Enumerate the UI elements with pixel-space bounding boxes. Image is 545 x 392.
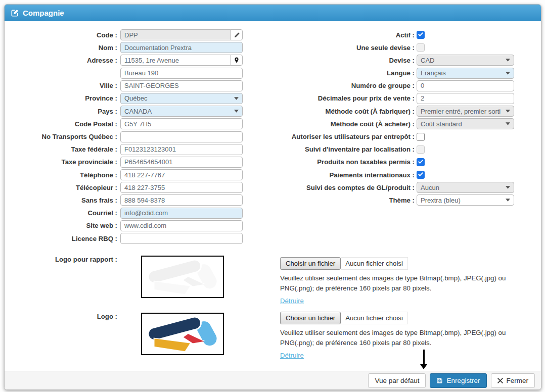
- nom-input[interactable]: Documentation Prextra: [120, 42, 243, 53]
- actif-control-wrap: [417, 29, 425, 40]
- check-icon: [418, 158, 424, 167]
- compagnie-dialog: Compagnie Code :DPPNom :Documentation Pr…: [4, 4, 541, 390]
- vue-par-defaut-button[interactable]: Vue par défaut: [368, 373, 426, 388]
- code-label: Code :: [5, 31, 117, 39]
- site-web-input[interactable]: www.cdid.com: [120, 220, 243, 231]
- sans-frais-input[interactable]: 888 594-8378: [120, 194, 243, 206]
- autoriser-utilisateurs-control-wrap: [417, 131, 425, 142]
- form-row-numero-de-groupe: Numéro de groupe :0: [278, 80, 520, 91]
- licence-rbq-input[interactable]: [120, 233, 243, 244]
- dropdown-caret-icon: [506, 199, 510, 202]
- actif-label: Actif :: [278, 31, 415, 39]
- taxe-provinciale-input[interactable]: P654654654001: [120, 157, 243, 168]
- form-row-code: Code :DPP: [5, 29, 247, 40]
- methode-cout-fabriquer-select[interactable]: Premier entré, premier sorti: [417, 106, 514, 117]
- courriel-value: info@cdid.com: [124, 209, 168, 217]
- langue-select[interactable]: Français: [417, 68, 514, 79]
- methode-cout-fabriquer-selected-value: Premier entré, premier sorti: [421, 108, 501, 115]
- methode-cout-acheter-select[interactable]: Coût standard: [417, 118, 514, 129]
- taxe-federale-label: Taxe fédérale :: [5, 145, 117, 153]
- logo-rapport-detruire-link[interactable]: Détruire: [280, 297, 304, 305]
- telephone-control-wrap: 418 227-7767: [120, 169, 243, 180]
- code-postal-input[interactable]: G5Y 7H5: [120, 118, 243, 129]
- nom-label: Nom :: [5, 44, 117, 52]
- code-postal-control-wrap: G5Y 7H5: [120, 118, 243, 129]
- form-row-no-transports: No Transports Québec :: [5, 131, 247, 142]
- logo-detruire-link[interactable]: Détruire: [280, 352, 304, 359]
- province-label: Province :: [5, 94, 117, 102]
- theme-select[interactable]: Prextra (bleu): [417, 194, 514, 206]
- logo-upload-section: Choisir un fichierAucun fichier choisiVe…: [280, 312, 539, 360]
- logo-rapport-file-row: Choisir un fichierAucun fichier choisi: [280, 257, 539, 270]
- adresse-2-input[interactable]: Bureau 190: [120, 68, 243, 79]
- produits-non-taxables-control-wrap: [417, 157, 425, 168]
- taxe-provinciale-control-wrap: P654654654001: [120, 157, 243, 168]
- logo-hint-text: Veuillez utiliser seulement des images d…: [280, 328, 535, 348]
- form-row-methode-cout-acheter: Méthode coût (À acheter) :Coût standard: [278, 118, 520, 129]
- nom-input-group: Documentation Prextra: [120, 42, 243, 53]
- province-selected-value: Québec: [124, 94, 148, 102]
- suivi-comptes-gl-selected-value: Aucun: [421, 184, 439, 191]
- logo-choose-file-button[interactable]: Choisir un fichier: [280, 312, 341, 324]
- sans-frais-value: 888 594-8378: [124, 197, 165, 204]
- paiements-internationaux-checkbox[interactable]: [417, 171, 425, 179]
- close-icon: [497, 378, 503, 383]
- devise-select[interactable]: CAD: [417, 55, 514, 66]
- numero-de-groupe-input[interactable]: 0: [417, 80, 514, 91]
- province-select[interactable]: Québec: [120, 93, 243, 104]
- pays-select[interactable]: CANADA: [120, 106, 243, 117]
- map-pin-icon[interactable]: [231, 55, 243, 66]
- taxe-provinciale-value: P654654654001: [124, 158, 172, 166]
- fermer-button[interactable]: Fermer: [491, 373, 535, 388]
- logo-rapport-file-status: Aucun fichier choisi: [341, 257, 408, 270]
- theme-selected-value: Prextra (bleu): [421, 197, 461, 204]
- form-row-methode-cout-fabriquer: Méthode coût (À fabriquer) :Premier entr…: [278, 106, 520, 117]
- site-web-control-wrap: www.cdid.com: [120, 220, 243, 231]
- form-row-actif: Actif :: [278, 29, 520, 40]
- theme-control-wrap: Prextra (bleu): [417, 194, 514, 206]
- suivi-comptes-gl-select[interactable]: Aucun: [417, 182, 514, 193]
- produits-non-taxables-checkbox[interactable]: [417, 158, 425, 166]
- telephone-input[interactable]: 418 227-7767: [120, 169, 243, 180]
- courriel-input[interactable]: info@cdid.com: [120, 208, 243, 219]
- form-row-theme: Thème :Prextra (bleu): [278, 194, 520, 206]
- enregistrer-button-label: Enregistrer: [446, 377, 480, 384]
- numero-de-groupe-control-wrap: 0: [417, 80, 514, 91]
- enregistrer-button[interactable]: Enregistrer: [430, 373, 486, 388]
- form-row-produits-non-taxables: Produits non taxables permis :: [278, 157, 520, 168]
- province-control-wrap: Québec: [120, 93, 243, 104]
- save-icon: [436, 377, 443, 384]
- theme-label: Thème :: [278, 197, 415, 204]
- decimales-prix-vente-input[interactable]: 2: [417, 93, 514, 104]
- no-transports-label: No Transports Québec :: [5, 133, 117, 140]
- taxe-provinciale-input-group: P654654654001: [120, 157, 243, 168]
- taxe-federale-input[interactable]: F0123123123001: [120, 144, 243, 155]
- telecopieur-control-wrap: 418 227-3755: [120, 182, 243, 193]
- site-web-label: Site web :: [5, 222, 117, 229]
- form-row-autoriser-utilisateurs: Autoriser les utilisateurs par entrepôt …: [278, 131, 520, 142]
- une-seule-devise-control-wrap: [417, 42, 425, 53]
- actif-checkbox[interactable]: [417, 31, 425, 39]
- pencil-icon[interactable]: [231, 29, 243, 40]
- code-input[interactable]: DPP: [120, 29, 231, 40]
- taxe-federale-value: F0123123123001: [124, 145, 176, 153]
- une-seule-devise-checkbox: [417, 43, 425, 52]
- sans-frais-label: Sans frais :: [5, 197, 117, 204]
- logo-rapport-choose-file-button[interactable]: Choisir un fichier: [280, 257, 341, 270]
- telecopieur-input-group: 418 227-3755: [120, 182, 243, 193]
- logo-file-status: Aucun fichier choisi: [341, 312, 408, 324]
- ville-input[interactable]: SAINT-GEORGES: [120, 80, 243, 91]
- dropdown-caret-icon: [234, 110, 239, 113]
- suivi-inventaire-label: Suivi d'inventaire par localisation :: [278, 145, 415, 153]
- licence-rbq-label: Licence RBQ :: [5, 235, 117, 242]
- form-row-une-seule-devise: Une seule devise :: [278, 42, 520, 53]
- autoriser-utilisateurs-label: Autoriser les utilisateurs par entrepôt …: [278, 133, 415, 140]
- autoriser-utilisateurs-checkbox[interactable]: [417, 133, 425, 141]
- adresse-2-value: Bureau 190: [124, 69, 158, 77]
- dialog-header: Compagnie: [5, 5, 541, 21]
- methode-cout-acheter-control-wrap: Coût standard: [417, 118, 514, 129]
- no-transports-input-group: [120, 131, 243, 142]
- no-transports-input[interactable]: [120, 131, 243, 142]
- telecopieur-input[interactable]: 418 227-3755: [120, 182, 243, 193]
- adresse-input[interactable]: 11535, 1re Avenue: [120, 55, 231, 66]
